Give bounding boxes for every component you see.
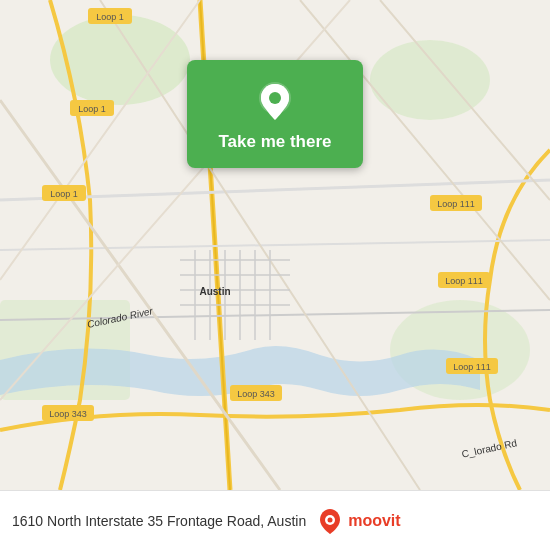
svg-text:Loop 343: Loop 343	[237, 389, 275, 399]
svg-point-50	[328, 517, 333, 522]
location-pin-icon	[253, 80, 297, 124]
svg-text:Austin: Austin	[199, 286, 230, 297]
address-text: 1610 North Interstate 35 Frontage Road, …	[12, 513, 306, 529]
svg-text:Loop 1: Loop 1	[78, 104, 106, 114]
take-me-there-label: Take me there	[218, 132, 331, 152]
svg-text:Loop 111: Loop 111	[453, 362, 491, 372]
svg-text:Loop 343: Loop 343	[49, 409, 87, 419]
svg-text:Loop 1: Loop 1	[50, 189, 78, 199]
map-popup[interactable]: Take me there	[187, 60, 363, 168]
moovit-logo: moovit	[316, 507, 400, 535]
map-container[interactable]: Loop 1 Loop 1 Loop 1 Loop 111 Loop 111 L…	[0, 0, 550, 490]
svg-text:Loop 1: Loop 1	[96, 12, 124, 22]
moovit-icon	[316, 507, 344, 535]
svg-text:Loop 111: Loop 111	[445, 276, 483, 286]
bottom-bar: 1610 North Interstate 35 Frontage Road, …	[0, 490, 550, 550]
svg-text:Loop 111: Loop 111	[437, 199, 475, 209]
svg-point-48	[269, 92, 281, 104]
app: Loop 1 Loop 1 Loop 1 Loop 111 Loop 111 L…	[0, 0, 550, 550]
moovit-brand-text: moovit	[348, 512, 400, 530]
svg-point-1	[50, 15, 190, 105]
